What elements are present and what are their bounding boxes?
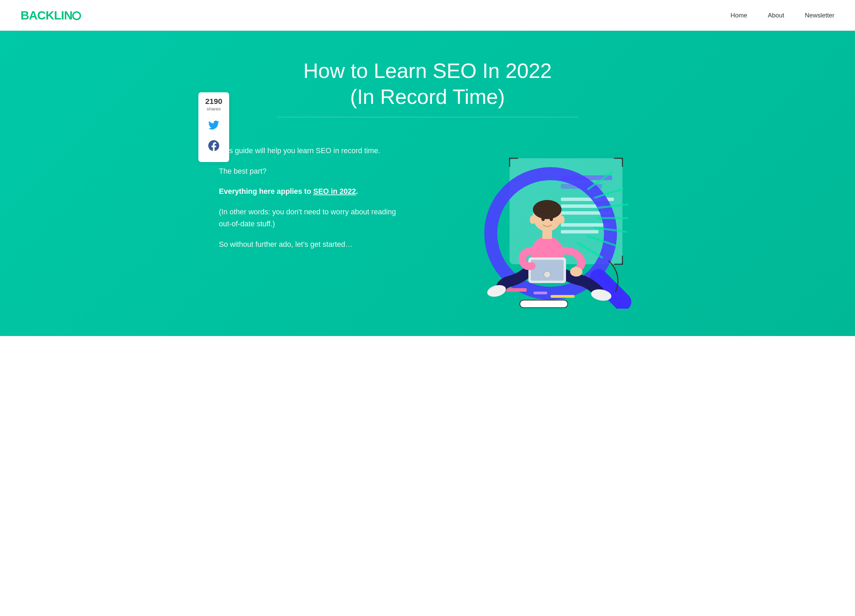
hero-paragraph-4: (In other words: you don't need to worry… [219, 206, 397, 230]
nav-home[interactable]: Home [731, 12, 747, 19]
hero-text-block: This guide will help you learn SEO in re… [219, 145, 397, 259]
site-header: BACKLIN Home About Newsletter [0, 0, 855, 31]
svg-point-23 [533, 200, 562, 219]
share-count: 2190 [205, 97, 223, 106]
facebook-icon [208, 139, 219, 152]
hero-paragraph-2: The best part? [219, 165, 397, 177]
hero-paragraph-5: So without further ado, let’s get starte… [219, 238, 397, 251]
svg-rect-6 [561, 223, 609, 227]
twitter-share-button[interactable] [205, 116, 223, 134]
svg-rect-18 [533, 292, 547, 294]
seo-illustration [438, 145, 636, 309]
seo-in-2022-link[interactable]: SEO in 2022 [313, 187, 356, 196]
facebook-share-button[interactable] [205, 137, 223, 154]
hero-paragraph-3: Everything here applies to SEO in 2022. [219, 185, 397, 197]
svg-point-27 [544, 271, 551, 278]
site-logo[interactable]: BACKLIN [20, 9, 81, 22]
svg-point-31 [541, 217, 545, 221]
hero-title-line2: (In Record Time) [350, 85, 505, 109]
nav-about[interactable]: About [768, 12, 784, 19]
hero-section: 2190 shares How to Learn SEO In 2022 (In… [0, 31, 855, 336]
hero-title: How to Learn SEO In 2022 (In Record Time… [239, 58, 616, 110]
svg-rect-17 [506, 288, 527, 292]
share-sidebar: 2190 shares [198, 92, 229, 162]
hero-divider [277, 117, 578, 117]
svg-point-34 [559, 216, 565, 224]
hero-paragraph-1: This guide will help you learn SEO in re… [219, 145, 397, 157]
svg-rect-24 [542, 229, 552, 239]
nav-newsletter[interactable]: Newsletter [805, 12, 835, 19]
hero-content: This guide will help you learn SEO in re… [205, 145, 650, 309]
hero-illustration [438, 145, 636, 309]
main-nav: Home About Newsletter [731, 12, 835, 19]
svg-point-33 [530, 216, 535, 224]
svg-point-32 [550, 217, 553, 221]
svg-rect-20 [520, 300, 568, 308]
share-label: shares [205, 106, 223, 112]
svg-rect-7 [561, 230, 599, 234]
hero-paragraph-3-strong: Everything here applies to SEO in 2022. [219, 187, 358, 196]
svg-rect-19 [551, 295, 575, 298]
svg-point-28 [570, 267, 582, 277]
twitter-icon [207, 120, 220, 131]
hero-title-line1: How to Learn SEO In 2022 [303, 59, 552, 83]
hero-title-area: How to Learn SEO In 2022 (In Record Time… [205, 51, 650, 145]
